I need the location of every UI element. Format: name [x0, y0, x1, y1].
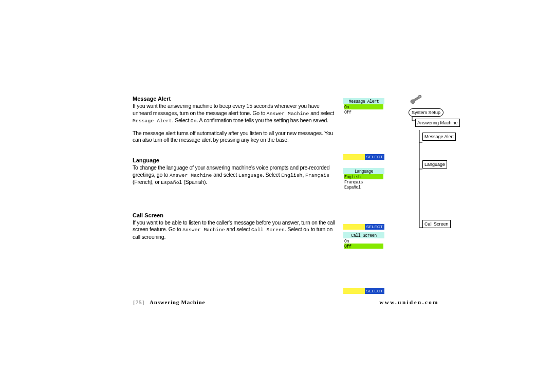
lcd-body: On Off — [343, 238, 384, 288]
heading-language: Language — [133, 157, 336, 164]
lcd-language: Language English Français Español SELECT — [343, 168, 384, 230]
page-number: [75] — [133, 299, 144, 305]
lcd-option-selected: On — [344, 104, 383, 109]
lcd-message-alert: Message Alert On Off SELECT — [343, 98, 384, 160]
footer-url: www.uniden.com — [379, 299, 439, 305]
lcd-title: Message Alert — [343, 98, 384, 104]
lcd-option-selected: Off — [344, 244, 383, 249]
wrench-icon — [409, 95, 423, 106]
lcd-option: Français — [344, 179, 383, 184]
lcd-call-screen: Call Screen On Off SELECT — [343, 232, 384, 294]
lcd-footer: SELECT — [343, 224, 384, 230]
svg-point-0 — [419, 97, 420, 98]
lcd-body: English Français Español — [343, 174, 384, 224]
lcd-title: Language — [343, 168, 384, 174]
body-text: Message Alert If you want the answering … — [133, 95, 336, 249]
nav-language: Language — [422, 160, 447, 169]
nav-answering-machine: Answering Machine — [415, 119, 460, 127]
nav-call-screen: Call Screen — [422, 220, 451, 228]
page-footer: [75] Answering Machine www.uniden.com — [133, 299, 439, 305]
section-name: Answering Machine — [150, 299, 205, 305]
lcd-select-button: SELECT — [365, 288, 384, 294]
lcd-footer: SELECT — [343, 154, 384, 160]
lcd-option-selected: English — [344, 174, 383, 179]
lcd-title: Call Screen — [343, 232, 384, 238]
heading-message-alert: Message Alert — [133, 95, 336, 102]
nav-message-alert: Message Alert — [422, 133, 456, 141]
lcd-option: Español — [344, 184, 383, 190]
lcd-select-button: SELECT — [365, 154, 384, 160]
paragraph: If you want to be able to listen to the … — [133, 219, 336, 241]
paragraph: The message alert turns off automaticall… — [133, 130, 336, 144]
paragraph: To change the language of your answering… — [133, 164, 336, 186]
lcd-body: On Off — [343, 104, 384, 154]
lcd-option: Off — [344, 109, 383, 115]
paragraph: If you want the answering machine to bee… — [133, 103, 336, 124]
lcd-footer: SELECT — [343, 288, 384, 294]
nav-tree: System Setup Answering Machine Message A… — [409, 95, 455, 228]
heading-call-screen: Call Screen — [133, 212, 336, 219]
lcd-select-button: SELECT — [365, 224, 384, 230]
nav-system-setup: System Setup — [409, 108, 443, 117]
lcd-option: On — [344, 238, 383, 244]
